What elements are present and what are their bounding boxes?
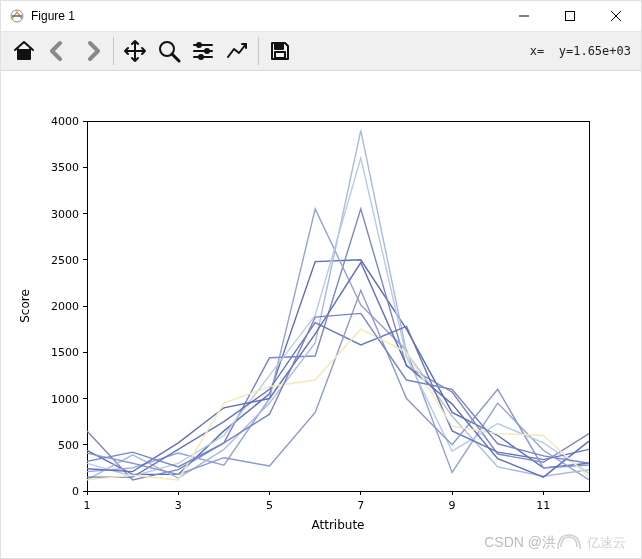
svg-point-11: [205, 49, 209, 53]
cursor-coordinates-readout: x= y=1.65e+03: [530, 44, 635, 58]
app-icon: [9, 8, 25, 24]
window-minimize-button[interactable]: [501, 1, 547, 31]
forward-button[interactable]: [75, 34, 109, 68]
svg-line-6: [172, 54, 179, 61]
zoom-button[interactable]: [152, 34, 186, 68]
svg-text:0: 0: [72, 485, 79, 498]
series-line: [87, 209, 589, 480]
svg-text:1000: 1000: [51, 393, 79, 406]
home-button[interactable]: [7, 34, 41, 68]
series-line: [87, 260, 589, 475]
svg-point-12: [199, 55, 203, 59]
svg-text:3000: 3000: [51, 208, 79, 221]
svg-rect-14: [275, 52, 285, 58]
window-title: Figure 1: [31, 9, 75, 23]
configure-subplots-button[interactable]: [186, 34, 220, 68]
svg-text:1: 1: [84, 499, 91, 512]
toolbar-separator: [113, 37, 114, 65]
x-axis-label: Attribute: [312, 518, 365, 532]
svg-text:9: 9: [449, 499, 456, 512]
window-maximize-button[interactable]: [547, 1, 593, 31]
series-line: [87, 323, 589, 477]
plot-canvas[interactable]: 050010001500200025003000350040001357911A…: [1, 71, 641, 558]
edit-axes-button[interactable]: [220, 34, 254, 68]
svg-text:2000: 2000: [51, 300, 79, 313]
svg-rect-13: [275, 43, 283, 49]
svg-text:3: 3: [175, 499, 182, 512]
y-axis-label: Score: [18, 289, 32, 323]
svg-text:1500: 1500: [51, 346, 79, 359]
svg-text:2500: 2500: [51, 254, 79, 267]
matplotlib-toolbar: x= y=1.65e+03: [1, 31, 641, 71]
window-titlebar: Figure 1: [1, 1, 641, 31]
series-line: [87, 313, 589, 467]
pan-button[interactable]: [118, 34, 152, 68]
svg-point-10: [197, 43, 201, 47]
save-button[interactable]: [263, 34, 297, 68]
svg-text:11: 11: [536, 499, 550, 512]
series-line: [87, 209, 589, 480]
svg-text:7: 7: [357, 499, 364, 512]
series-line: [87, 158, 589, 476]
svg-rect-15: [87, 121, 589, 491]
series-line: [87, 130, 589, 480]
svg-text:3500: 3500: [51, 161, 79, 174]
toolbar-separator: [258, 37, 259, 65]
svg-text:4000: 4000: [51, 115, 79, 128]
svg-rect-2: [566, 12, 575, 21]
back-button[interactable]: [41, 34, 75, 68]
svg-text:500: 500: [58, 439, 79, 452]
series-line: [87, 263, 589, 478]
svg-text:5: 5: [266, 499, 273, 512]
window-close-button[interactable]: [593, 1, 639, 31]
